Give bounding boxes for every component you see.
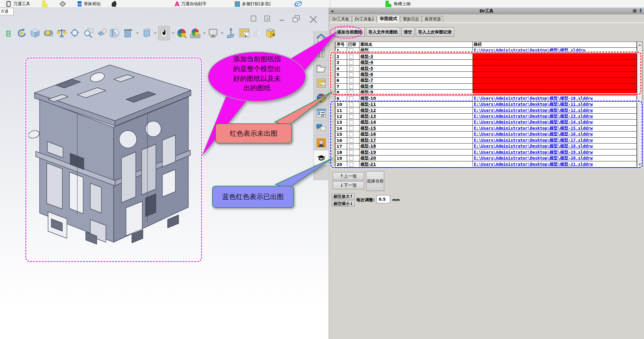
pin-icon[interactable] <box>638 8 643 13</box>
toolbar-item-pen[interactable] <box>294 0 302 8</box>
toolbar-item-auto-engrave[interactable]: A 万通自动刻字 <box>175 0 207 8</box>
isometric-cube-icon[interactable] <box>29 26 41 40</box>
display-style-eye-icon[interactable] <box>158 26 170 40</box>
chat-icon[interactable] <box>314 120 329 135</box>
clear-button[interactable]: 清空 <box>401 27 414 37</box>
table-row[interactable]: 1 模型 E:\Users\Administrator\Desktop\模型\模… <box>335 48 637 54</box>
reviewed-checkbox[interactable] <box>349 120 353 124</box>
drawing-path[interactable]: E:\Users\Administrator\Desktop\模型\模型-21.… <box>473 161 637 168</box>
drawing-name[interactable]: 模型-12 <box>360 107 473 113</box>
globe-icon[interactable] <box>314 91 329 106</box>
toolbar-item-replace-similar[interactable]: 替换相似 <box>77 0 101 8</box>
drawing-name[interactable]: 模型-4 <box>360 59 473 65</box>
reviewed-checkbox[interactable] <box>349 96 353 101</box>
tab-resources[interactable]: 推荐资源 <box>422 16 443 22</box>
slice-section-icon[interactable] <box>122 26 134 40</box>
reviewed-checkbox[interactable] <box>349 126 353 131</box>
table-row[interactable]: 14 模型-15 E:\Users\Administrator\Desktop\… <box>335 125 637 131</box>
reviewed-checkbox[interactable] <box>349 162 353 167</box>
table-row[interactable]: 17 模型-18 E:\Users\Administrator\Desktop\… <box>335 144 637 149</box>
home-icon[interactable] <box>314 31 329 46</box>
add-current-drawing-button[interactable]: 添加当前图纸 <box>335 27 365 37</box>
view-palette-icon[interactable] <box>314 76 329 91</box>
reviewed-checkbox[interactable] <box>349 90 353 94</box>
drawing-name[interactable]: 模型-3 <box>360 54 473 59</box>
drawing-path[interactable]: E:\Users\Administrator\Desktop\模型\模型-11.… <box>473 101 637 107</box>
drawing-path[interactable] <box>473 59 637 65</box>
drawing-name[interactable]: 模型-8 <box>360 83 473 89</box>
toolbar-item-yellow-angle[interactable] <box>42 0 49 8</box>
select-current-button[interactable]: 选择当前 <box>366 171 384 191</box>
import-last-review-button[interactable]: 导入上次审图记录 <box>416 27 454 37</box>
toolbar-item-diamond[interactable] <box>59 0 66 8</box>
tab-dr-tools2[interactable]: Dr工具集2 <box>352 16 377 22</box>
table-scrollbar[interactable] <box>637 42 642 168</box>
table-row[interactable]: 7 模型-8 <box>335 83 637 89</box>
reviewed-checkbox[interactable] <box>349 78 353 82</box>
reviewed-checkbox[interactable] <box>349 138 353 143</box>
panel-collapse-button[interactable]: » <box>331 8 334 14</box>
table-row[interactable]: 19 模型-20 E:\Users\Administrator\Desktop\… <box>335 155 637 161</box>
drawing-name[interactable]: 模型-7 <box>360 78 473 83</box>
transparency-icon[interactable] <box>252 26 263 40</box>
drawing-path[interactable]: E:\Users\Administrator\Desktop\模型\模型-18.… <box>473 144 637 149</box>
drawing-path[interactable]: E:\Users\Administrator\Desktop\模型\模型-14.… <box>473 119 637 125</box>
scroll-down-icon[interactable] <box>638 164 641 166</box>
drawing-name[interactable]: 模型-6 <box>360 71 473 77</box>
zoom-area-icon[interactable] <box>82 26 94 40</box>
scroll-up-icon[interactable] <box>638 44 641 46</box>
close-icon[interactable] <box>309 15 318 24</box>
tab-review-mode[interactable]: 审图模式 <box>377 15 400 22</box>
chevron-down-icon[interactable] <box>203 32 206 34</box>
reviewed-checkbox[interactable] <box>349 48 353 53</box>
table-row[interactable]: 18 模型-19 E:\Users\Administrator\Desktop\… <box>335 149 637 155</box>
design-library-icon[interactable] <box>314 46 329 61</box>
drawing-name[interactable]: 模型-13 <box>360 113 473 119</box>
drawing-path[interactable] <box>473 54 637 59</box>
table-row[interactable]: 15 模型-16 E:\Users\Administrator\Desktop\… <box>335 132 637 137</box>
drawing-name[interactable]: 模型-16 <box>360 132 473 137</box>
drawing-path[interactable]: E:\Users\Administrator\Desktop\模型\模型-19.… <box>473 149 637 155</box>
delete-icon[interactable] <box>3 26 14 40</box>
table-row[interactable]: 9 模型-10 E:\Users\Administrator\Desktop\模… <box>335 95 637 101</box>
drawing-name[interactable]: 模型-11 <box>360 101 473 107</box>
annotation-zoom-in-button[interactable]: 标注放大↑ <box>332 194 355 199</box>
window-tab-next-icon[interactable] <box>264 15 271 22</box>
mass-properties-icon[interactable] <box>56 26 68 40</box>
chevron-down-icon[interactable] <box>154 32 157 34</box>
toolbar-item-multi-mark[interactable]: 多侧打标[多选] <box>234 0 271 8</box>
file-explorer-icon[interactable] <box>314 61 329 76</box>
model-3d-preview[interactable] <box>29 60 198 259</box>
reviewed-checkbox[interactable] <box>349 72 353 77</box>
table-row[interactable]: 11 模型-12 E:\Users\Administrator\Desktop\… <box>335 107 637 113</box>
table-row[interactable]: 10 模型-11 E:\Users\Administrator\Desktop\… <box>335 101 637 107</box>
toolbar-item-wantong-tools[interactable]: 万通工具 <box>6 0 30 8</box>
table-row[interactable]: 13 模型-14 E:\Users\Administrator\Desktop\… <box>335 119 637 125</box>
drawing-name[interactable]: 模型-21 <box>360 161 473 168</box>
drawing-path[interactable]: E:\Users\Administrator\Desktop\模型\模型-10.… <box>473 95 637 101</box>
table-row[interactable]: 6 模型-7 <box>335 78 637 83</box>
chevron-down-icon[interactable] <box>136 32 139 34</box>
table-row[interactable]: 3 模型-4 <box>335 59 637 65</box>
drawing-path[interactable]: E:\Users\Administrator\Desktop\模型\模型-13.… <box>473 113 637 119</box>
reviewed-checkbox[interactable] <box>349 102 353 107</box>
reviewed-checkbox[interactable] <box>349 84 353 89</box>
drawing-path[interactable]: E:\Users\Administrator\Desktop\模型\模型-20.… <box>473 155 637 161</box>
reviewed-checkbox[interactable] <box>349 60 353 65</box>
hide-show-items-icon[interactable] <box>140 26 152 40</box>
reviewed-checkbox[interactable] <box>349 156 353 160</box>
table-row[interactable]: 12 模型-13 E:\Users\Administrator\Desktop\… <box>335 113 637 119</box>
section-view-icon[interactable] <box>109 26 121 40</box>
chevron-down-icon[interactable] <box>221 32 223 34</box>
view-settings-icon[interactable] <box>207 26 219 40</box>
restore-down-icon[interactable] <box>292 15 301 23</box>
previous-view-icon[interactable] <box>96 26 107 40</box>
toolbar-item-knight[interactable] <box>110 0 118 8</box>
drawing-path[interactable]: E:\Users\Administrator\Desktop\模型\模型-16.… <box>473 132 637 137</box>
drawing-path[interactable] <box>473 71 637 77</box>
drawing-name[interactable]: 模型-10 <box>360 95 473 101</box>
annotation-zoom-out-button[interactable]: 标注缩小↓ <box>332 201 355 207</box>
document-tab[interactable]: 方通 <box>0 8 14 15</box>
gear-icon[interactable] <box>632 8 637 13</box>
drawing-name[interactable]: 模型-5 <box>360 66 473 71</box>
